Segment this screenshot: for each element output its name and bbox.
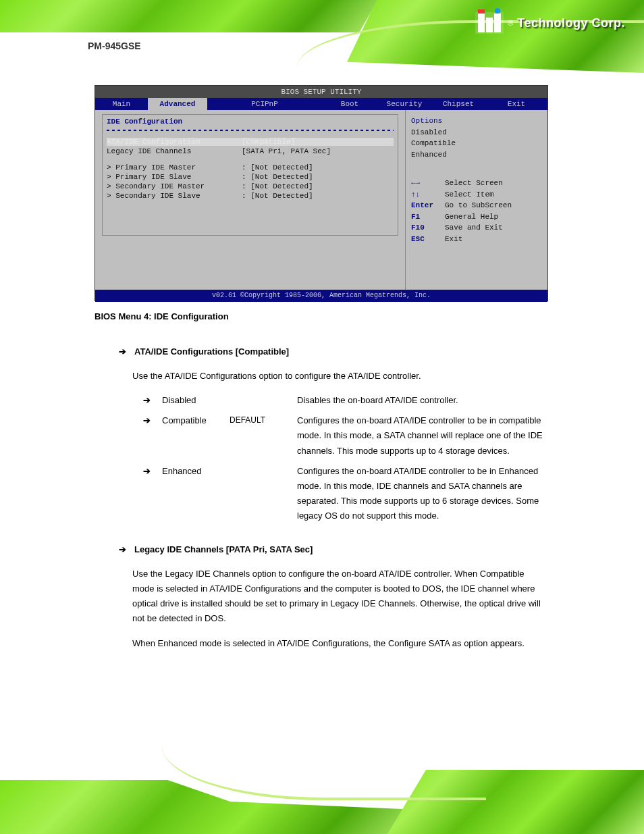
bios-row-ata-config: ATA/IDE Configuration [Compatible] — [107, 138, 394, 146]
page-number: Page 79 — [492, 787, 525, 798]
bios-tab-boot: Boot — [322, 98, 377, 110]
option-heading-ata: ATA/IDE Configurations [Compatible] — [134, 344, 289, 359]
logo-mark — [475, 12, 504, 34]
bios-help-line: Compatible — [411, 138, 542, 149]
option-value-enhanced: Enhanced — [162, 464, 221, 479]
bios-screenshot: BIOS SETUP UTILITY Main Advanced PCIPnP … — [95, 85, 548, 301]
option-text: Configures the on-board ATA/IDE controll… — [297, 413, 547, 458]
option-description-legacy-1: Use the Legacy IDE Channels option to co… — [132, 567, 547, 626]
option-heading-legacy: Legacy IDE Channels [PATA Pri, SATA Sec] — [134, 542, 313, 557]
bios-help-title: Options — [411, 115, 542, 127]
option-text: Configures the on-board ATA/IDE controll… — [297, 464, 547, 523]
bios-row-sec-slave: > Secondary IDE Slave : [Not Detected] — [107, 192, 394, 200]
bios-tab-main: Main — [95, 98, 148, 110]
bios-row-sec-master: > Secondary IDE Master : [Not Detected] — [107, 182, 394, 190]
bios-tab-advanced: Advanced — [148, 98, 207, 110]
bios-row-legacy-ide: Legacy IDE Channels [SATA Pri, PATA Sec] — [107, 147, 394, 155]
brand-text: Technology Corp. — [517, 16, 625, 30]
option-value-compatible: Compatible — [162, 413, 221, 428]
bios-tab-security: Security — [377, 98, 431, 110]
bios-tab-chipset: Chipset — [431, 98, 485, 110]
bios-tab-pcipnp: PCIPnP — [207, 98, 322, 110]
bios-left-pane: IDE Configuration ATA/IDE Configuration … — [95, 110, 406, 290]
figure-caption: BIOS Menu 4: IDE Configuration — [95, 309, 547, 324]
bios-help-line: Enhanced — [411, 149, 542, 161]
bios-section-heading: IDE Configuration — [107, 118, 394, 126]
option-value-disabled: Disabled — [162, 393, 221, 408]
bios-tab-exit: Exit — [485, 98, 547, 110]
option-description-legacy-2: When Enhanced mode is selected in ATA/ID… — [132, 636, 547, 651]
arrow-bullet-icon: ➔ — [143, 464, 154, 479]
bios-tab-bar: Main Advanced PCIPnP Boot Security Chips… — [95, 98, 547, 110]
brand-logo: ® Technology Corp. — [475, 12, 625, 34]
arrow-bullet-icon: ➔ — [143, 393, 154, 408]
option-description-ata: Use the ATA/IDE Configurations option to… — [132, 369, 547, 384]
arrow-bullet-icon: ➔ — [143, 413, 154, 428]
bios-row-pri-slave: > Primary IDE Slave : [Not Detected] — [107, 173, 394, 181]
bios-copyright: v02.61 ©Copyright 1985-2006, American Me… — [95, 290, 547, 302]
arrow-bullet-icon: ➔ — [119, 344, 126, 359]
registered-mark: ® — [508, 19, 513, 27]
bios-row-pri-master: > Primary IDE Master : [Not Detected] — [107, 163, 394, 172]
document-title: PM-945GSE — [88, 41, 141, 51]
bios-window-title: BIOS SETUP UTILITY — [95, 86, 547, 98]
option-default-label: DEFAULT — [230, 413, 289, 427]
bios-help-pane: Options Disabled Compatible Enhanced ←→S… — [406, 110, 547, 290]
bios-key-legend: ←→Select Screen ↑↓Select Item EnterGo to… — [411, 178, 542, 244]
arrow-bullet-icon: ➔ — [119, 542, 126, 557]
bios-help-line: Disabled — [411, 127, 542, 138]
option-text: Disables the on-board ATA/IDE controller… — [297, 393, 547, 408]
